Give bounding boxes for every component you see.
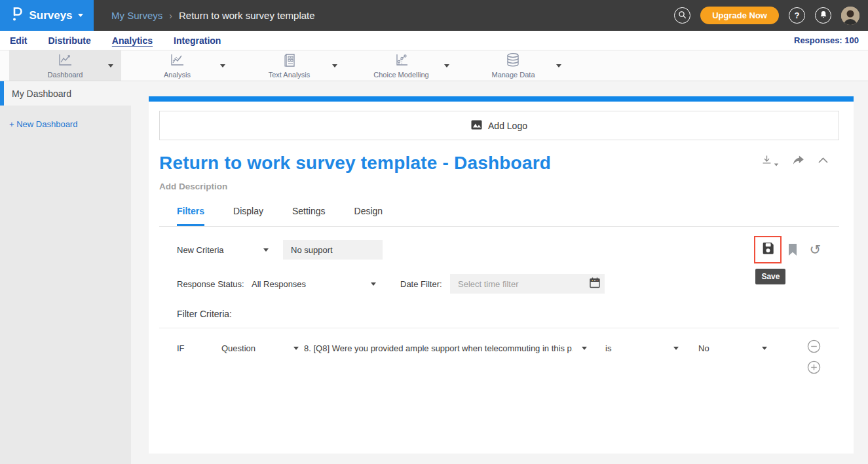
search-icon (678, 10, 687, 21)
save-tooltip: Save (755, 269, 785, 284)
chevron-down-icon[interactable] (108, 64, 113, 68)
topbar-actions: Upgrade Now ? (674, 0, 859, 31)
bookmark-button[interactable] (787, 243, 798, 256)
field-type-value: Question (221, 343, 255, 353)
chevron-down-icon (762, 347, 767, 350)
toolbar-analysis[interactable]: Analysis (121, 50, 233, 81)
date-filter-placeholder: Select time filter (458, 279, 518, 289)
dashboard-card: Add Logo Return to work survey template … (149, 96, 854, 454)
response-status-dropdown[interactable]: All Responses (252, 279, 376, 289)
chevron-down-icon (673, 347, 679, 350)
divider (159, 328, 839, 328)
operator-value: is (605, 343, 611, 353)
chevron-down-icon (774, 164, 778, 166)
upgrade-now-button[interactable]: Upgrade Now (700, 7, 779, 24)
analytics-toolbar: Dashboard Analysis Text Analysis Choice … (0, 50, 868, 81)
chevron-down-icon[interactable] (332, 64, 337, 68)
add-criteria-button[interactable] (807, 360, 821, 374)
answer-dropdown[interactable]: No (698, 343, 767, 353)
survey-subnav: Edit Distribute Analytics Integration Re… (0, 31, 868, 50)
tab-display[interactable]: Display (233, 206, 263, 226)
tab-filters[interactable]: Filters (177, 206, 204, 226)
response-status-value: All Responses (252, 279, 306, 289)
search-button[interactable] (674, 7, 690, 24)
line-chart-icon (57, 53, 73, 70)
avatar[interactable] (841, 7, 859, 25)
tab-analytics[interactable]: Analytics (112, 35, 153, 46)
chevron-down-icon (78, 14, 83, 17)
page-title[interactable]: Return to work survey template - Dashboa… (159, 153, 839, 174)
collapse-button[interactable] (818, 157, 829, 164)
app-logo[interactable]: Surveys (0, 0, 94, 31)
notifications-button[interactable] (815, 7, 831, 24)
toolbar-dashboard[interactable]: Dashboard (9, 50, 121, 81)
card-accent-bar (149, 96, 854, 102)
chevron-down-icon (582, 347, 587, 350)
criteria-type-value: New Criteria (177, 245, 224, 255)
questionpro-logo-icon (10, 6, 24, 25)
save-button-highlight[interactable] (754, 236, 782, 263)
sidebar-item-label: My Dashboard (12, 88, 71, 99)
tab-settings[interactable]: Settings (292, 206, 326, 226)
toolbar-label: Choice Modelling (373, 71, 428, 79)
help-button[interactable]: ? (789, 7, 805, 24)
chevron-down-icon (293, 347, 299, 350)
toolbar-manage-data[interactable]: Manage Data (457, 50, 569, 81)
toolbar-choice-modelling[interactable]: Choice Modelling (345, 50, 457, 81)
date-filter-input[interactable]: Select time filter (450, 274, 605, 294)
sidebar-item-my-dashboard[interactable]: My Dashboard (0, 81, 131, 106)
toolbar-label: Text Analysis (269, 71, 311, 79)
dashboard-tabs: Filters Display Settings Design (159, 206, 839, 227)
breadcrumb-separator: › (169, 10, 172, 21)
toolbar-label: Analysis (164, 71, 191, 79)
toolbar-label: Dashboard (48, 71, 83, 79)
add-logo-label: Add Logo (488, 121, 527, 131)
question-value: 8. [Q8] Were you provided ample support … (304, 343, 573, 353)
criteria-row: IF Question 8. [Q8] Were you provided am… (159, 339, 839, 357)
chevron-down-icon[interactable] (220, 64, 225, 68)
remove-criteria-button[interactable] (807, 339, 821, 353)
tab-distribute[interactable]: Distribute (48, 35, 90, 46)
chevron-down-icon[interactable] (444, 64, 449, 68)
tab-integration[interactable]: Integration (174, 35, 221, 46)
scatter-chart-icon (393, 53, 409, 70)
toolbar-text-analysis[interactable]: Text Analysis (233, 50, 345, 81)
filter-criteria-label: Filter Criteria: (177, 309, 839, 319)
response-status-label: Response Status: (177, 279, 252, 289)
document-icon (282, 53, 297, 70)
new-dashboard-button[interactable]: + New Dashboard (9, 119, 131, 129)
product-switcher-label: Surveys (29, 9, 72, 22)
if-label: IF (177, 343, 221, 353)
responses-count[interactable]: Responses: 100 (794, 35, 859, 45)
field-type-dropdown[interactable]: Question (221, 343, 299, 353)
breadcrumb-my-surveys[interactable]: My Surveys (111, 10, 162, 21)
question-mark-icon: ? (795, 10, 800, 20)
question-dropdown[interactable]: 8. [Q8] Were you provided ample support … (304, 343, 587, 353)
criteria-name-input[interactable] (283, 240, 383, 260)
tab-design[interactable]: Design (354, 206, 383, 226)
bell-icon (820, 10, 827, 21)
reset-icon[interactable]: ↺ (809, 243, 821, 256)
share-button[interactable] (791, 155, 805, 166)
operator-dropdown[interactable]: is (605, 343, 679, 353)
chevron-down-icon[interactable] (556, 64, 561, 68)
line-chart-icon (169, 53, 185, 70)
answer-value: No (698, 343, 709, 353)
image-icon (471, 120, 482, 132)
tab-edit[interactable]: Edit (10, 35, 27, 46)
add-description-field[interactable]: Add Description (159, 182, 839, 191)
filter-actions: ↺ Save (754, 236, 821, 263)
add-logo-button[interactable]: Add Logo (159, 111, 839, 140)
chevron-down-icon (371, 282, 376, 286)
topbar: Surveys My Surveys › Return to work surv… (0, 0, 868, 31)
download-button[interactable] (761, 154, 779, 166)
date-filter-label: Date Filter: (400, 279, 450, 289)
dashboard-sidebar: My Dashboard + New Dashboard (0, 81, 131, 464)
chevron-down-icon (263, 248, 269, 252)
criteria-type-dropdown[interactable]: New Criteria (177, 245, 269, 255)
breadcrumb-current-survey: Return to work survey template (179, 10, 315, 21)
save-icon (761, 241, 775, 258)
database-icon (505, 52, 521, 70)
breadcrumb: My Surveys › Return to work survey templ… (111, 10, 315, 21)
toolbar-label: Manage Data (491, 71, 535, 79)
